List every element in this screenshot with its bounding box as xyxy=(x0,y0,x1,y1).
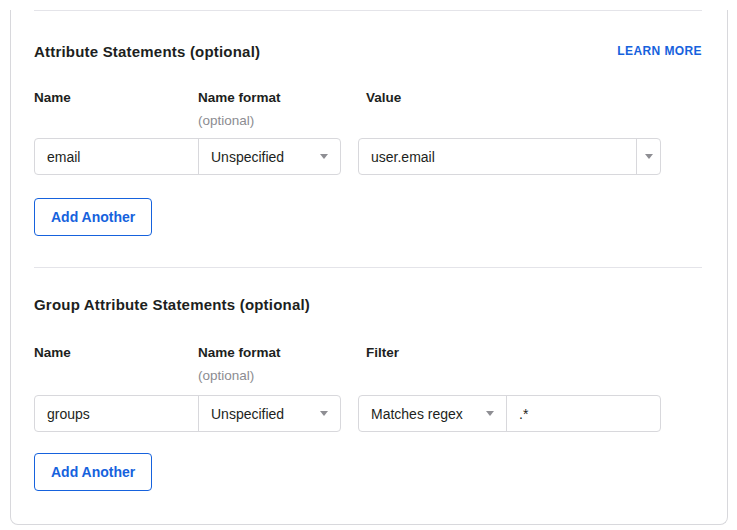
chevron-down-icon xyxy=(320,154,328,159)
section-divider xyxy=(34,267,702,268)
column-hint-optional: (optional) xyxy=(198,114,358,128)
attr-name-input[interactable] xyxy=(35,139,198,174)
filter-operator-select[interactable]: Matches regex xyxy=(359,396,507,431)
column-label-name: Name xyxy=(34,91,198,105)
name-and-format-group: Unspecified xyxy=(34,138,341,175)
column-gap xyxy=(341,395,358,432)
group-attribute-row: Unspecified Matches regex xyxy=(34,395,702,432)
column-label-filter: Filter xyxy=(366,346,399,360)
add-another-button[interactable]: Add Another xyxy=(34,453,152,491)
filter-operator-value: Matches regex xyxy=(371,406,463,422)
attr-name-format-value: Unspecified xyxy=(211,149,284,165)
section-attribute-statements: Attribute Statements (optional) LEARN MO… xyxy=(34,42,702,236)
column-labels-row: Name Name format (optional) Value xyxy=(34,91,702,128)
column-value: Value xyxy=(358,91,401,128)
group-name-input[interactable] xyxy=(35,396,198,431)
column-gap xyxy=(341,138,358,175)
column-name: Name xyxy=(34,91,198,128)
attr-value-input[interactable] xyxy=(359,139,636,174)
section-title: Attribute Statements (optional) xyxy=(34,43,260,60)
attr-value-combo xyxy=(358,138,661,175)
section-header: Group Attribute Statements (optional) xyxy=(34,295,702,313)
section-group-attribute-statements: Group Attribute Statements (optional) Na… xyxy=(34,295,702,491)
saml-settings-card: Attribute Statements (optional) LEARN MO… xyxy=(10,10,728,525)
learn-more-link[interactable]: LEARN MORE xyxy=(617,44,702,58)
section-header: Attribute Statements (optional) LEARN MO… xyxy=(34,42,702,60)
group-name-format-select[interactable]: Unspecified xyxy=(198,396,340,431)
column-name-format: Name format (optional) xyxy=(198,346,358,383)
section-title: Group Attribute Statements (optional) xyxy=(34,296,310,313)
top-divider xyxy=(34,10,702,11)
group-name-format-value: Unspecified xyxy=(211,406,284,422)
column-filter: Filter xyxy=(358,346,399,383)
column-label-value: Value xyxy=(366,91,401,105)
column-label-name-format: Name format xyxy=(198,91,358,105)
chevron-down-icon xyxy=(320,411,328,416)
chevron-down-icon xyxy=(486,411,494,416)
attribute-row: Unspecified xyxy=(34,138,702,175)
attr-value-dropdown-button[interactable] xyxy=(636,139,660,174)
add-another-button[interactable]: Add Another xyxy=(34,198,152,236)
column-label-name: Name xyxy=(34,346,198,360)
column-name-format: Name format (optional) xyxy=(198,91,358,128)
chevron-down-icon xyxy=(645,154,653,159)
attr-name-format-select[interactable]: Unspecified xyxy=(198,139,340,174)
column-hint-optional: (optional) xyxy=(198,369,358,383)
column-label-name-format: Name format xyxy=(198,346,358,360)
name-and-format-group: Unspecified xyxy=(34,395,341,432)
column-labels-row: Name Name format (optional) Filter xyxy=(34,346,702,383)
column-name: Name xyxy=(34,346,198,383)
filter-value-input[interactable] xyxy=(507,396,660,431)
filter-combo: Matches regex xyxy=(358,395,661,432)
